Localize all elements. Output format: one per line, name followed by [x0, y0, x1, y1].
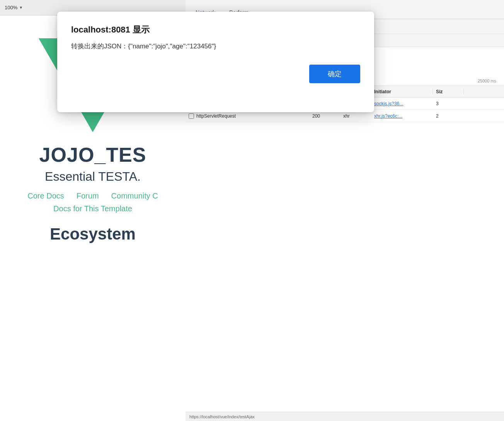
app-subtitle: Essential TESTA. — [45, 169, 141, 184]
docs-for-template-link[interactable]: Docs for This Template — [53, 204, 132, 213]
confirm-button[interactable]: 确定 — [309, 65, 360, 83]
zoom-control[interactable]: 100% ▼ — [5, 5, 23, 10]
chevron-down-icon: ▼ — [19, 5, 23, 10]
core-docs-link[interactable]: Core Docs — [27, 192, 64, 200]
cell-name-2: httpServletRequest — [186, 113, 309, 119]
time-label-end: 25000 ms — [478, 79, 496, 83]
col-size: Siz — [433, 89, 464, 94]
cell-initiator-1[interactable]: sockjs.js?36... — [371, 101, 433, 106]
dialog-json-text: 转换出来的JSON：{"name":"jojo","age":"123456"} — [71, 43, 216, 50]
dialog-title: localhost:8081 显示 — [71, 24, 360, 36]
forum-link[interactable]: Forum — [77, 192, 99, 200]
dialog-footer: 确定 — [71, 65, 360, 83]
dialog-box: localhost:8081 显示 转换出来的JSON：{"name":"joj… — [57, 12, 374, 112]
cell-type-2: xhr — [340, 113, 371, 119]
community-link[interactable]: Community C — [111, 192, 158, 200]
cell-size-1: 3 — [433, 101, 464, 106]
network-table: Name Status Type Initiator Siz info?t=15… — [186, 86, 504, 412]
cell-size-2: 2 — [433, 113, 464, 119]
dialog-message: 转换出来的JSON：{"name":"jojo","age":"123456"} — [71, 42, 360, 51]
row-checkbox-2[interactable] — [189, 113, 194, 119]
zoom-value: 100% — [5, 5, 17, 10]
status-url: https://localhost/vue/index/testAjax — [189, 414, 255, 419]
app-title: JOJO_TES — [39, 143, 146, 166]
status-bar: https://localhost/vue/index/testAjax — [186, 412, 504, 421]
ecosystem-title: Ecosystem — [50, 225, 136, 243]
cell-status-2: 200 — [309, 113, 340, 119]
col-initiator: Initiator — [371, 89, 433, 94]
links-row: Core Docs Forum Community C — [20, 192, 165, 200]
cell-initiator-2[interactable]: xhr.js?ec6c:... — [371, 113, 433, 119]
